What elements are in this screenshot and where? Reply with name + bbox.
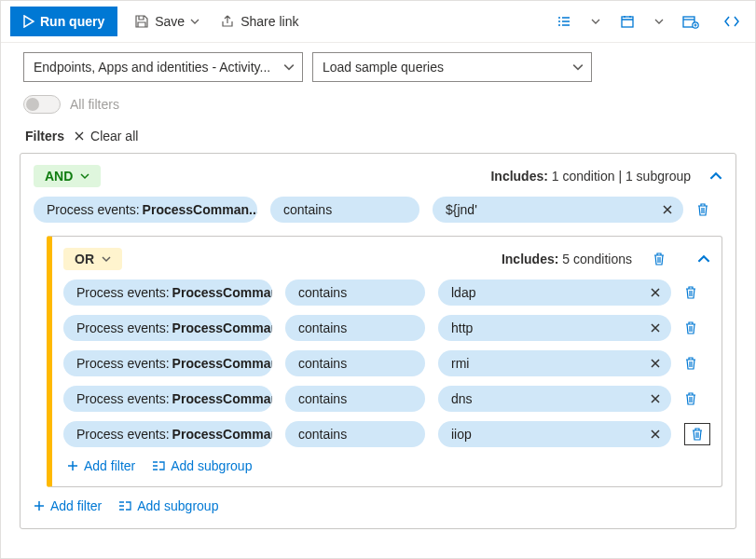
dropdown-row: Endpoints, Apps and identities - Activit… — [1, 43, 755, 91]
trash-icon — [691, 427, 704, 442]
field-pill[interactable]: Process events: ProcessComman... — [63, 386, 272, 412]
samples-dropdown[interactable]: Load sample queries — [312, 52, 592, 82]
operator-pill[interactable]: contains — [285, 386, 425, 412]
samples-dropdown-label: Load sample queries — [323, 60, 444, 75]
clear-value-button[interactable] — [652, 197, 683, 223]
operator-chip-or[interactable]: OR — [63, 248, 122, 270]
clear-value-button[interactable] — [639, 350, 671, 376]
value-pill[interactable]: dns — [438, 386, 639, 412]
operator-pill[interactable]: contains — [285, 280, 425, 306]
all-filters-label: All filters — [70, 97, 119, 112]
value-pill[interactable]: ${jnd' — [433, 197, 652, 223]
list-view-button[interactable] — [550, 7, 578, 35]
trash-icon — [684, 356, 697, 371]
chevron-down-icon — [80, 171, 89, 181]
condition-row: Process events: ProcessComman...contains… — [63, 350, 710, 376]
field-pill[interactable]: Process events: ProcessComman... — [34, 197, 257, 223]
value-pill[interactable]: rmi — [438, 350, 639, 376]
operator-pill[interactable]: contains — [270, 197, 419, 223]
includes-summary: Includes: 5 conditions — [502, 252, 632, 266]
save-button[interactable]: Save — [131, 7, 203, 36]
add-subgroup-button[interactable]: Add subgroup — [118, 498, 218, 513]
subgroup-icon — [152, 460, 165, 471]
operator-pill[interactable]: contains — [285, 421, 425, 447]
condition-row: Process events: ProcessComman...contains… — [63, 315, 710, 341]
calendar-icon — [620, 14, 635, 29]
delete-condition-button[interactable] — [684, 356, 710, 371]
clear-all-button[interactable]: Clear all — [74, 129, 138, 143]
subgroup-add-row: Add filter Add subgroup — [63, 458, 710, 473]
outer-add-row: Add filter Add subgroup — [34, 498, 722, 513]
delete-condition-button[interactable] — [684, 320, 710, 335]
chevron-down-icon — [283, 61, 295, 73]
list-icon — [557, 14, 571, 29]
delete-subgroup-button[interactable] — [653, 252, 679, 266]
delete-condition-button[interactable] — [684, 285, 710, 300]
trash-icon — [653, 252, 666, 266]
share-icon — [220, 14, 235, 29]
plus-icon — [34, 500, 45, 511]
condition-row: Process events: ProcessComman...contains… — [63, 280, 710, 306]
field-pill[interactable]: Process events: ProcessComman... — [63, 315, 272, 341]
operator-pill[interactable]: contains — [285, 350, 425, 376]
all-filters-toggle[interactable] — [23, 95, 61, 114]
add-filter-button[interactable]: Add filter — [34, 498, 102, 513]
top-toolbar: Run query Save Share link — [1, 1, 755, 43]
close-icon — [662, 204, 673, 215]
chevron-up-icon[interactable] — [697, 252, 710, 266]
scope-dropdown[interactable]: Endpoints, Apps and identities - Activit… — [23, 52, 303, 82]
value-pill[interactable]: http — [438, 315, 639, 341]
trash-icon — [684, 391, 697, 406]
calendar-add-icon — [682, 14, 699, 29]
run-query-button[interactable]: Run query — [10, 7, 117, 36]
scope-dropdown-label: Endpoints, Apps and identities - Activit… — [34, 60, 270, 75]
condition-row: Process events: ProcessComman...contains… — [63, 386, 710, 412]
share-link-label: Share link — [241, 14, 298, 29]
add-filter-button[interactable]: Add filter — [67, 458, 135, 473]
operator-pill[interactable]: contains — [285, 315, 425, 341]
filters-header: Filters Clear all — [1, 123, 755, 153]
delete-condition-button[interactable] — [684, 423, 710, 445]
clear-value-button[interactable] — [639, 315, 671, 341]
value-pill[interactable]: ldap — [438, 280, 639, 306]
trash-icon — [696, 202, 709, 217]
close-icon — [650, 358, 661, 369]
chevron-up-icon[interactable] — [709, 170, 722, 183]
chevron-down-icon — [102, 254, 111, 264]
condition-row: Process events: ProcessComman... contain… — [34, 197, 722, 223]
share-link-button[interactable]: Share link — [216, 7, 302, 36]
clear-value-button[interactable] — [639, 280, 671, 306]
field-pill[interactable]: Process events: ProcessComman... — [63, 421, 272, 447]
add-subgroup-button[interactable]: Add subgroup — [152, 458, 252, 473]
value-pill[interactable]: iiop — [438, 421, 639, 447]
field-pill[interactable]: Process events: ProcessComman... — [63, 350, 272, 376]
group-head-and: AND Includes: 1 condition | 1 subgroup — [34, 165, 722, 187]
includes-summary: Includes: 1 condition | 1 subgroup — [490, 169, 691, 184]
time-range-button[interactable] — [613, 7, 641, 35]
clear-value-button[interactable] — [639, 386, 671, 412]
chevron-down-icon — [591, 17, 600, 26]
filter-group-or: OR Includes: 5 conditions Process events… — [47, 236, 722, 487]
detection-rule-button[interactable] — [677, 7, 705, 35]
save-icon — [134, 14, 149, 29]
close-icon — [650, 429, 661, 440]
field-pill[interactable]: Process events: ProcessComman... — [63, 280, 272, 306]
delete-condition-button[interactable] — [684, 391, 710, 406]
trash-icon — [684, 285, 697, 300]
delete-condition-button[interactable] — [696, 202, 722, 217]
save-label: Save — [155, 14, 185, 29]
svg-rect-0 — [622, 17, 633, 27]
chevron-down-icon — [190, 17, 199, 26]
plus-icon — [67, 460, 78, 471]
close-icon — [74, 130, 85, 142]
operator-chip-label: OR — [75, 252, 94, 266]
clear-value-button[interactable] — [639, 421, 671, 447]
kql-toggle-button[interactable] — [718, 7, 746, 35]
clear-all-label: Clear all — [90, 129, 138, 143]
trash-icon — [684, 320, 697, 335]
condition-row: Process events: ProcessComman...contains… — [63, 421, 710, 447]
play-icon — [23, 15, 34, 28]
operator-chip-and[interactable]: AND — [34, 165, 101, 187]
code-icon — [723, 14, 740, 29]
run-query-label: Run query — [40, 14, 104, 29]
